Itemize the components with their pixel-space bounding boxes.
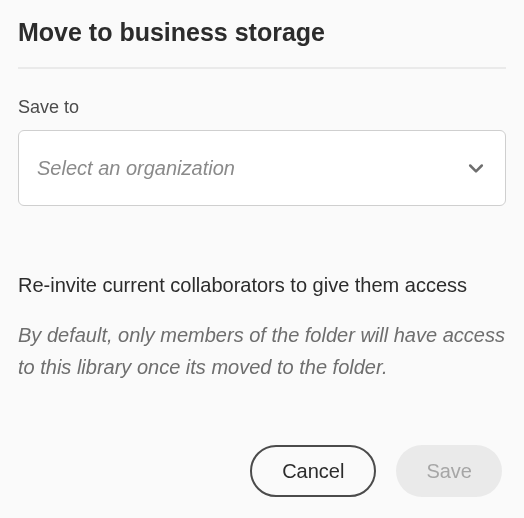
organization-select-placeholder: Select an organization xyxy=(18,130,506,206)
save-button[interactable]: Save xyxy=(396,445,502,497)
dialog-actions: Cancel Save xyxy=(18,445,506,497)
cancel-button[interactable]: Cancel xyxy=(250,445,376,497)
reinvite-heading: Re-invite current collaborators to give … xyxy=(18,274,506,297)
reinvite-description: By default, only members of the folder w… xyxy=(18,319,506,383)
organization-select[interactable]: Select an organization xyxy=(18,130,506,206)
save-to-label: Save to xyxy=(18,97,506,118)
divider xyxy=(18,67,506,69)
dialog-title: Move to business storage xyxy=(18,18,506,47)
